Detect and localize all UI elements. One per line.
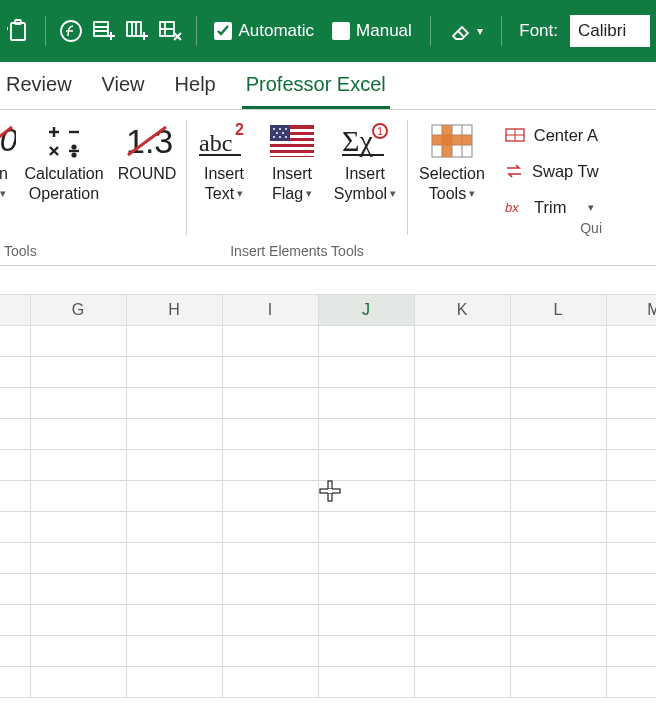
column-header[interactable]: H [126,295,222,326]
cell[interactable] [510,419,606,450]
cell[interactable] [318,481,414,512]
cell[interactable] [318,419,414,450]
column-header[interactable]: K [414,295,510,326]
cell[interactable] [414,388,510,419]
cell[interactable] [30,543,126,574]
column-header[interactable]: G [30,295,126,326]
cell[interactable] [510,543,606,574]
cell[interactable] [318,450,414,481]
cell[interactable] [30,326,126,357]
cell[interactable] [606,574,656,605]
cell[interactable] [222,357,318,388]
center-across-button[interactable]: Center A [504,122,598,148]
cell[interactable] [414,543,510,574]
tab-professor-excel[interactable]: Professor Excel [242,65,390,109]
cell[interactable] [606,636,656,667]
cell[interactable] [606,388,656,419]
insert-column-icon[interactable] [124,12,151,50]
cell[interactable] [414,357,510,388]
cell[interactable] [318,667,414,698]
cell[interactable] [318,326,414,357]
cell[interactable] [606,450,656,481]
column-header[interactable]: L [510,295,606,326]
cell[interactable] [222,512,318,543]
cell[interactable] [126,667,222,698]
cell[interactable] [222,481,318,512]
calculation-operation-button[interactable]: Calculation Operation [18,116,110,243]
cell[interactable] [222,636,318,667]
cell[interactable] [606,605,656,636]
cell[interactable] [30,605,126,636]
cell[interactable] [414,574,510,605]
cell[interactable] [510,636,606,667]
cell[interactable] [222,605,318,636]
column-header[interactable]: M [606,295,656,326]
cell[interactable] [510,326,606,357]
swap-two-button[interactable]: Swap Tw [504,158,598,184]
cell[interactable] [126,481,222,512]
cell[interactable] [126,388,222,419]
cell[interactable] [126,357,222,388]
cell[interactable] [318,605,414,636]
delete-cells-icon[interactable] [157,12,184,50]
cell[interactable] [510,388,606,419]
cell[interactable] [606,543,656,574]
cell[interactable] [30,419,126,450]
cell[interactable] [318,512,414,543]
return-links-button[interactable]: #0 turn ks▾ [0,116,16,243]
font-input[interactable] [570,15,650,47]
cell[interactable] [222,543,318,574]
cell[interactable] [318,388,414,419]
cell[interactable] [126,605,222,636]
cell[interactable] [30,512,126,543]
cell[interactable] [222,326,318,357]
cell[interactable] [414,450,510,481]
cell[interactable] [510,357,606,388]
insert-flag-button[interactable]: Insert Flag▾ [259,116,325,243]
cell[interactable] [222,388,318,419]
tab-help[interactable]: Help [171,65,220,109]
cell[interactable] [510,450,606,481]
cell[interactable] [318,357,414,388]
cell[interactable] [318,543,414,574]
tab-review[interactable]: Review [2,65,76,109]
cell[interactable] [126,636,222,667]
manual-calc-toggle[interactable]: Manual [326,21,418,41]
tab-view[interactable]: View [98,65,149,109]
cell[interactable] [414,636,510,667]
cell[interactable] [222,419,318,450]
selection-tools-button[interactable]: Selection Tools▾ [412,116,492,243]
cell[interactable] [606,419,656,450]
cell[interactable] [606,357,656,388]
cell[interactable] [414,419,510,450]
cell[interactable] [510,667,606,698]
cell[interactable] [30,481,126,512]
cell[interactable] [126,419,222,450]
cell[interactable] [414,512,510,543]
cell[interactable] [126,326,222,357]
column-header[interactable]: J [318,295,414,326]
cell[interactable] [30,574,126,605]
cell[interactable] [30,388,126,419]
cell[interactable] [510,512,606,543]
cell[interactable] [30,450,126,481]
cell[interactable] [606,512,656,543]
cell[interactable] [606,481,656,512]
eraser-dropdown[interactable]: ▾ [443,19,489,43]
round-button[interactable]: 1.3 ROUND [112,116,182,243]
cell[interactable] [318,636,414,667]
cell[interactable] [414,326,510,357]
cell[interactable] [126,450,222,481]
cell[interactable] [30,357,126,388]
cell[interactable] [606,326,656,357]
cell[interactable] [510,481,606,512]
cell[interactable] [606,667,656,698]
cell[interactable] [126,574,222,605]
paste-icon[interactable] [6,12,33,50]
cell[interactable] [30,636,126,667]
cell[interactable] [126,512,222,543]
cell[interactable] [414,605,510,636]
cell[interactable] [510,574,606,605]
insert-symbol-button[interactable]: Σχ 1 Insert Symbol▾ [327,116,403,243]
cell[interactable] [318,574,414,605]
